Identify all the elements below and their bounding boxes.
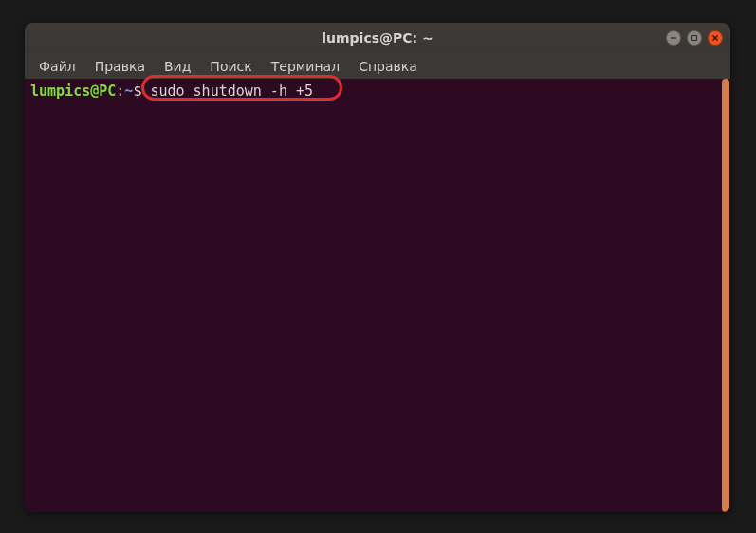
- prompt-separator: :: [116, 83, 124, 101]
- prompt-path: ~: [124, 83, 133, 101]
- minimize-icon: [670, 34, 677, 42]
- menu-view[interactable]: Вид: [156, 56, 199, 77]
- close-icon: [711, 34, 719, 42]
- menu-help[interactable]: Справка: [350, 56, 426, 77]
- menu-edit[interactable]: Правка: [86, 56, 154, 77]
- svg-rect-1: [692, 36, 697, 41]
- prompt-dollar: $: [133, 83, 150, 101]
- maximize-button[interactable]: [687, 30, 702, 46]
- window-title: lumpics@PC: ~: [322, 30, 433, 46]
- scrollbar[interactable]: [721, 79, 730, 512]
- scrollbar-thumb[interactable]: [722, 79, 729, 512]
- prompt-user: lumpics@PC: [30, 83, 116, 101]
- terminal-body[interactable]: lumpics@PC:~$ sudo shutdown -h +5: [25, 79, 730, 512]
- command-text: sudo shutdown -h +5: [150, 83, 313, 101]
- window-controls: [666, 30, 723, 46]
- menu-terminal[interactable]: Терминал: [263, 56, 348, 77]
- close-button[interactable]: [708, 30, 723, 46]
- terminal-window: lumpics@PC: ~ Файл Правка Вид Поиск Терм…: [25, 23, 730, 512]
- menubar: Файл Правка Вид Поиск Терминал Справка: [25, 53, 730, 79]
- maximize-icon: [691, 34, 698, 42]
- titlebar: lumpics@PC: ~: [25, 23, 730, 53]
- menu-search[interactable]: Поиск: [201, 56, 260, 77]
- prompt-line: lumpics@PC:~$ sudo shutdown -h +5: [30, 83, 725, 101]
- minimize-button[interactable]: [666, 30, 681, 46]
- menu-file[interactable]: Файл: [30, 56, 84, 77]
